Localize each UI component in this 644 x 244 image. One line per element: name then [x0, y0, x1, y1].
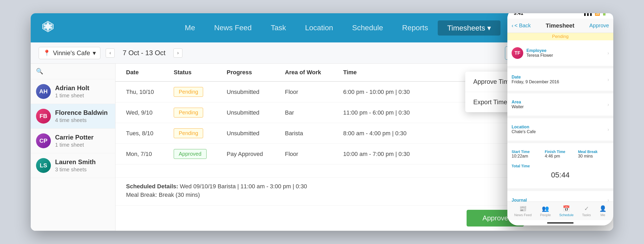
- phone-avatar-teresa: TF: [512, 47, 523, 59]
- employee-item-adrian[interactable]: AH Adrian Holt 1 time sheet: [31, 79, 115, 104]
- status-badge-approved: Approved: [174, 149, 207, 159]
- nav-timesheets[interactable]: Timesheets ▾: [438, 20, 500, 36]
- row4-area: Floor: [282, 145, 341, 163]
- nav-location[interactable]: Location: [296, 20, 343, 35]
- phone-nav-bar: ‹ < Back Timesheet Approve: [507, 19, 613, 33]
- nav-task[interactable]: Task: [261, 20, 296, 35]
- phone-content: TF Employee Teresa Flower › Date Friday,…: [507, 40, 613, 202]
- phone-tab-people[interactable]: 👥 People: [537, 204, 554, 219]
- phone-journal-row[interactable]: Journal ›: [512, 195, 609, 202]
- location-picker[interactable]: 📍 Vinnie's Cafe ▾: [39, 47, 100, 59]
- chevron-right-icon: ›: [607, 77, 609, 82]
- emp-name-adrian: Adrian Holt: [55, 84, 110, 92]
- avatar-lauren: LS: [36, 158, 51, 173]
- phone-tab-me-label: Me: [601, 213, 605, 217]
- emp-name-florence: Florence Baldwin: [55, 109, 110, 116]
- row2-date: Wed, 9/10: [123, 104, 171, 121]
- row3-progress: Unsubmitted: [224, 125, 282, 142]
- next-week-button[interactable]: ›: [173, 49, 182, 58]
- employee-item-florence[interactable]: FB Florence Baldwin 4 time sheets: [31, 104, 115, 129]
- phone-tab-schedule[interactable]: 📅 Schedule: [556, 204, 577, 219]
- svg-point-5: [47, 29, 49, 31]
- phone-time-grid: Start Time 10:22am Finish Time 4:46 pm M…: [512, 147, 609, 161]
- people-icon: 👥: [542, 205, 549, 212]
- phone-location-info: Location Chale's Cafe: [512, 125, 536, 134]
- scheduled-detail-value: Wed 09/10/19 Barista | 11:00 am - 3:00 p…: [180, 183, 307, 190]
- phone-area-section: Area Waiter ›: [507, 93, 613, 116]
- nav-reports[interactable]: Reports: [393, 20, 438, 35]
- employee-item-lauren[interactable]: LS Lauren Smith 3 time sheets: [31, 153, 115, 178]
- phone-location-label: Location: [512, 125, 536, 129]
- nav-schedule[interactable]: Schedule: [343, 20, 393, 35]
- news-feed-icon: 📰: [519, 205, 526, 212]
- nav-me[interactable]: Me: [175, 20, 205, 35]
- employee-sidebar: 🔍 AH Adrian Holt 1 time sheet FB: [31, 64, 115, 231]
- phone-approve-button[interactable]: Approve: [589, 23, 609, 29]
- search-icon: 🔍: [36, 68, 43, 75]
- prev-week-button[interactable]: ‹: [106, 49, 115, 58]
- phone-finish-value: 4:46 pm: [545, 154, 576, 159]
- search-input[interactable]: 🔍: [36, 68, 110, 75]
- emp-name-lauren: Lauren Smith: [55, 158, 110, 166]
- status-badge-pending: Pending: [174, 87, 203, 97]
- phone-home-bar: [547, 222, 574, 224]
- svg-point-7: [44, 24, 46, 26]
- row4-date: Mon, 7/10: [123, 145, 171, 163]
- phone-finish-label: Finish Time: [545, 150, 576, 154]
- row3-date: Tues, 8/10: [123, 125, 171, 142]
- me-icon: 👤: [599, 205, 606, 212]
- phone-employee-row: TF Employee Teresa Flower ›: [512, 44, 609, 62]
- phone-tab-news-feed[interactable]: 📰 News Feed: [511, 204, 535, 219]
- phone-location-section: Location Chale's Cafe ›: [507, 118, 613, 141]
- tasks-icon: ✓: [584, 205, 589, 212]
- location-name: Vinnie's Cafe: [53, 49, 90, 57]
- emp-info-lauren: Lauren Smith 3 time sheets: [55, 158, 110, 173]
- phone-tab-news-feed-label: News Feed: [514, 213, 532, 217]
- chevron-right-icon: ›: [607, 50, 609, 56]
- phone-finish-time-cell: Finish Time 4:46 pm: [545, 150, 576, 159]
- phone-area-value: Waiter: [512, 104, 524, 109]
- signal-icon: ▌▌▌: [584, 13, 593, 16]
- phone-back-button[interactable]: ‹ < Back: [512, 23, 531, 29]
- phone-journal-label: Journal: [512, 198, 527, 202]
- col-header-area: Area of Work: [282, 64, 341, 81]
- chevron-right-icon: ›: [607, 102, 609, 107]
- emp-sheets-lauren: 3 time sheets: [55, 167, 110, 173]
- row1-progress: Unsubmitted: [224, 83, 282, 101]
- avatar-florence: FB: [36, 109, 51, 124]
- phone-tab-tasks[interactable]: ✓ Tasks: [579, 204, 594, 219]
- phone-total-value: 05:44: [512, 168, 609, 182]
- chevron-left-icon: ‹: [512, 23, 513, 29]
- emp-info-florence: Florence Baldwin 4 time sheets: [55, 109, 110, 123]
- phone-area-row: Area Waiter ›: [512, 97, 609, 112]
- svg-point-4: [50, 27, 52, 29]
- phone-tab-schedule-label: Schedule: [559, 213, 574, 217]
- app-container: Me News Feed Task Location Schedule Repo…: [31, 13, 613, 231]
- row4-status: Approved: [171, 144, 224, 164]
- chevron-right-icon: ›: [607, 127, 609, 132]
- phone-tab-me[interactable]: 👤 Me: [596, 204, 610, 219]
- employee-list: AH Adrian Holt 1 time sheet FB Florence …: [31, 79, 115, 231]
- phone-location-row: Location Chale's Cafe ›: [512, 122, 609, 137]
- emp-sheets-adrian: 1 time sheet: [55, 93, 110, 99]
- row1-date: Thu, 10/10: [123, 83, 171, 101]
- phone-pending-bar: Pending: [507, 33, 613, 40]
- phone-status-bar: 9:41 ▌▌▌ 📶 🔋: [507, 13, 613, 19]
- phone-home-indicator: [507, 220, 613, 225]
- phone-location-value: Chale's Cafe: [512, 129, 536, 134]
- svg-point-6: [44, 27, 46, 29]
- row1-area: Floor: [282, 83, 341, 101]
- phone-employee-section: TF Employee Teresa Flower ›: [507, 40, 613, 66]
- phone-start-label: Start Time: [512, 150, 543, 154]
- phone-tab-tasks-label: Tasks: [582, 213, 591, 217]
- phone-times-section: Start Time 10:22am Finish Time 4:46 pm M…: [507, 143, 613, 188]
- phone-meal-value: 30 mins: [578, 154, 609, 159]
- phone-date-label: Date: [512, 75, 559, 80]
- phone-emp-info: Employee Teresa Flower: [526, 48, 604, 58]
- employee-item-carrie[interactable]: CP Carrie Potter 1 time sheet: [31, 129, 115, 153]
- emp-sheets-florence: 4 time sheets: [55, 117, 110, 123]
- phone-journal-section: Journal ›: [507, 191, 613, 202]
- nav-news-feed[interactable]: News Feed: [205, 20, 261, 35]
- phone-meal-break-cell: Meal Break 30 mins: [578, 150, 609, 159]
- phone-bottom-bar: 📰 News Feed 👥 People 📅 Schedule ✓ Tasks …: [507, 202, 613, 220]
